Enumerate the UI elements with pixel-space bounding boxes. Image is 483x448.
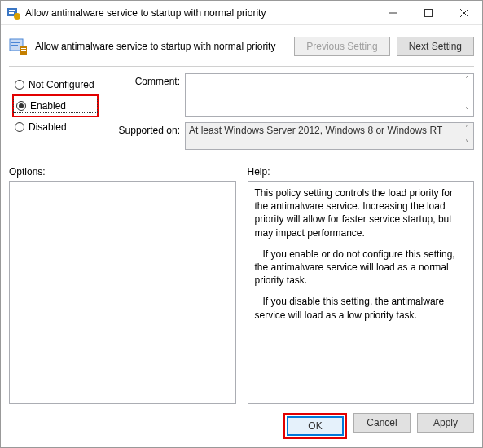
titlebar: Allow antimalware service to startup wit…	[1, 1, 482, 25]
right-column: Comment: ˄ ˅ Supported on: At least Wind…	[107, 73, 474, 155]
footer-buttons: OK Cancel Apply	[283, 413, 474, 439]
help-paragraph: This policy setting controls the load pr…	[255, 187, 468, 239]
options-box	[9, 181, 236, 404]
svg-rect-13	[21, 50, 26, 51]
radio-circle-icon	[15, 80, 24, 90]
comment-label: Comment:	[107, 73, 180, 117]
svg-rect-5	[425, 9, 433, 16]
window-title: Allow antimalware service to startup wit…	[25, 7, 375, 19]
radio-not-configured[interactable]: Not Configured	[12, 78, 99, 91]
policy-icon	[7, 7, 20, 20]
header-text: Allow antimalware service to startup wit…	[35, 41, 288, 52]
svg-rect-10	[11, 42, 20, 43]
help-label: Help:	[248, 166, 475, 178]
supported-row: Supported on: At least Windows Server 20…	[107, 122, 474, 150]
scrollbar[interactable]: ˄ ˅	[460, 123, 473, 149]
chevron-down-icon: ˅	[465, 139, 469, 147]
help-paragraph: If you disable this setting, the antimal…	[255, 295, 468, 321]
dialog-window: Allow antimalware service to startup wit…	[0, 0, 483, 448]
help-box: This policy setting controls the load pr…	[248, 181, 475, 404]
radio-disabled[interactable]: Disabled	[12, 121, 99, 134]
radio-enabled[interactable]: Enabled	[14, 99, 97, 112]
comment-row: Comment: ˄ ˅	[107, 73, 474, 117]
radio-label: Disabled	[29, 121, 67, 133]
options-label: Options:	[9, 166, 236, 178]
svg-rect-11	[11, 45, 18, 46]
chevron-down-icon: ˅	[465, 107, 469, 115]
help-paragraph: If you enable or do not configure this s…	[255, 248, 468, 288]
radio-label: Enabled	[30, 100, 66, 112]
cancel-button[interactable]: Cancel	[353, 413, 411, 433]
mid-split: Options: Help: This policy setting contr…	[9, 166, 474, 404]
radio-circle-icon	[16, 101, 26, 111]
options-pane: Options:	[9, 166, 236, 404]
maximize-button[interactable]	[411, 1, 446, 25]
comment-input[interactable]: ˄ ˅	[185, 73, 474, 117]
header-row: Allow antimalware service to startup wit…	[9, 32, 474, 64]
highlight-ok: OK	[283, 413, 347, 439]
radio-circle-icon	[15, 122, 24, 132]
radio-group: Not Configured Enabled Disabled	[9, 73, 99, 155]
svg-rect-2	[9, 12, 14, 14]
chevron-up-icon: ˄	[465, 76, 469, 84]
policy-header-icon	[9, 37, 29, 56]
minimize-button[interactable]	[375, 1, 411, 25]
nav-buttons: Previous Setting Next Setting	[294, 37, 474, 56]
supported-text-box: At least Windows Server 2012, Windows 8 …	[185, 122, 474, 150]
close-button[interactable]	[446, 1, 482, 25]
next-setting-button[interactable]: Next Setting	[397, 37, 474, 56]
ok-button[interactable]: OK	[287, 416, 344, 436]
svg-point-3	[14, 13, 20, 20]
chevron-up-icon: ˄	[465, 125, 469, 133]
supported-label: Supported on:	[107, 122, 180, 150]
radio-label: Not Configured	[29, 79, 94, 90]
content-area: Allow antimalware service to startup wit…	[1, 25, 482, 412]
help-pane: Help: This policy setting controls the l…	[248, 166, 475, 404]
highlight-enabled: Enabled	[12, 94, 99, 117]
top-row: Not Configured Enabled Disabled Comment:	[9, 73, 474, 155]
supported-text: At least Windows Server 2012, Windows 8 …	[189, 125, 442, 136]
apply-button[interactable]: Apply	[417, 413, 474, 433]
svg-rect-12	[21, 48, 26, 49]
previous-setting-button: Previous Setting	[294, 37, 389, 56]
scrollbar[interactable]: ˄ ˅	[460, 74, 473, 116]
svg-rect-1	[9, 10, 15, 11]
separator	[9, 66, 474, 67]
